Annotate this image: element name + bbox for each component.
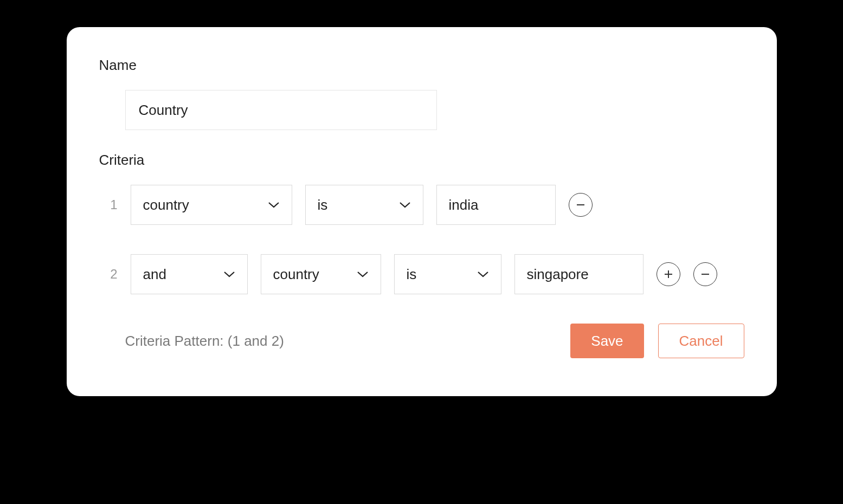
operator-select[interactable]: is <box>394 254 501 294</box>
remove-row-button[interactable] <box>569 193 593 217</box>
remove-row-button[interactable] <box>693 262 717 286</box>
footer: Criteria Pattern: (1 and 2) Save Cancel <box>99 324 744 358</box>
operator-select[interactable]: is <box>305 185 423 225</box>
add-row-button[interactable] <box>657 262 680 286</box>
value-input[interactable] <box>436 185 556 225</box>
logic-select[interactable]: and <box>131 254 248 294</box>
chevron-down-icon <box>477 270 489 278</box>
field-select[interactable]: country <box>131 185 292 225</box>
criteria-pattern-text: Criteria Pattern: (1 and 2) <box>125 333 284 350</box>
criteria-label: Criteria <box>99 152 744 169</box>
operator-select-value: is <box>318 197 328 214</box>
minus-icon <box>576 200 585 210</box>
save-button[interactable]: Save <box>570 324 643 358</box>
operator-select-value: is <box>407 266 417 283</box>
plus-icon <box>664 269 673 279</box>
field-select[interactable]: country <box>261 254 381 294</box>
row-number: 2 <box>99 267 118 282</box>
criteria-editor-card: Name Criteria 1 country is <box>67 27 777 396</box>
footer-actions: Save Cancel <box>570 324 744 358</box>
chevron-down-icon <box>399 201 411 209</box>
name-label: Name <box>99 57 744 74</box>
logic-select-value: and <box>143 266 166 283</box>
field-select-value: country <box>143 197 189 214</box>
name-input[interactable] <box>125 90 437 130</box>
criteria-row: 1 country is <box>99 185 744 225</box>
cancel-button[interactable]: Cancel <box>658 324 744 358</box>
chevron-down-icon <box>223 270 235 278</box>
row-number: 1 <box>99 197 118 212</box>
chevron-down-icon <box>268 201 280 209</box>
criteria-rows: 1 country is 2 <box>99 185 744 294</box>
value-input[interactable] <box>514 254 643 294</box>
minus-icon <box>700 269 710 279</box>
field-select-value: country <box>273 266 319 283</box>
chevron-down-icon <box>357 270 369 278</box>
criteria-row: 2 and country is <box>99 254 744 294</box>
